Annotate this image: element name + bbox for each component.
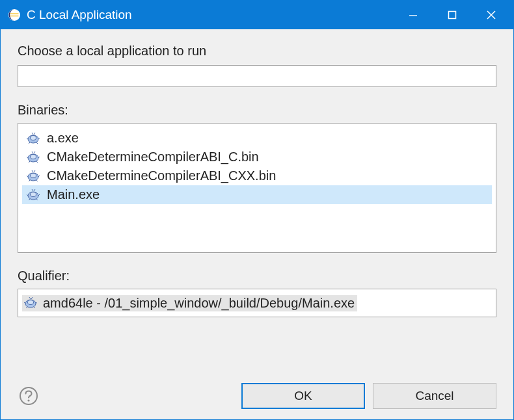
list-item-label: CMakeDetermineCompilerABI_CXX.bin [47,168,276,183]
titlebar[interactable]: C Local Application [1,1,513,29]
list-item[interactable]: CMakeDetermineCompilerABI_C.bin [22,148,492,166]
svg-line-32 [38,194,40,196]
svg-line-41 [26,307,27,308]
svg-line-10 [36,142,38,144]
binary-icon [26,131,40,146]
list-item-label: a.exe [47,131,79,146]
svg-line-33 [29,199,30,200]
svg-point-46 [27,399,29,401]
svg-point-0 [8,9,20,21]
svg-line-16 [38,157,40,158]
svg-line-26 [36,180,38,181]
list-item-label: CMakeDetermineCompilerABI_C.bin [47,150,259,164]
eclipse-icon [7,8,21,22]
binary-icon [26,169,40,183]
svg-line-11 [32,133,33,135]
filter-input[interactable] [18,65,496,87]
close-button[interactable] [472,1,511,29]
svg-line-25 [29,180,30,181]
list-item[interactable]: a.exe [22,129,492,148]
svg-point-14 [31,154,36,159]
qualifier-list[interactable]: amd64le - /01_simple_window/_build/Debug… [18,289,496,317]
qualifier-item[interactable]: amd64le - /01_simple_window/_build/Debug… [22,295,357,311]
svg-line-24 [38,176,40,177]
svg-line-40 [36,302,37,304]
svg-point-38 [28,300,34,305]
svg-rect-2 [10,16,19,16]
svg-line-31 [27,194,28,196]
svg-line-8 [38,138,40,139]
binaries-label: Binaries: [18,103,496,118]
maximize-button[interactable] [433,1,472,29]
minimize-button[interactable] [394,1,433,29]
svg-point-6 [31,135,36,140]
dialog-footer: OK Cancel [18,371,496,409]
svg-rect-1 [10,14,19,14]
list-item[interactable]: Main.exe [22,185,492,204]
svg-line-44 [31,297,33,299]
svg-line-27 [32,170,33,172]
svg-line-12 [34,133,35,135]
svg-line-43 [29,297,31,299]
svg-rect-3 [409,15,417,16]
svg-line-20 [34,151,35,153]
ok-button[interactable]: OK [241,383,365,409]
prompt-label: Choose a local application to run [18,44,496,59]
svg-line-19 [32,151,33,153]
svg-line-23 [27,176,28,177]
list-item-label: Main.exe [47,187,100,202]
qualifier-label: Qualifier: [18,269,496,283]
window-title: C Local Application [27,8,132,22]
dialog-window: C Local Application Choose a local appli… [0,0,514,420]
help-button[interactable] [18,385,40,407]
svg-line-15 [27,157,28,158]
svg-line-39 [24,302,25,304]
svg-point-22 [31,173,36,177]
binary-icon [26,188,40,202]
cancel-button[interactable]: Cancel [373,383,496,409]
svg-line-7 [27,138,28,139]
svg-line-35 [32,189,33,191]
svg-line-9 [29,142,30,144]
svg-line-17 [29,161,30,163]
svg-point-45 [20,387,37,404]
binary-icon [26,150,40,164]
svg-line-42 [34,307,35,308]
svg-point-30 [31,192,36,196]
binaries-list[interactable]: a.exeCMakeDetermineCompilerABI_C.binCMak… [18,123,496,253]
svg-line-18 [36,161,38,163]
svg-line-34 [36,199,38,200]
svg-line-36 [34,189,35,191]
svg-line-28 [34,170,35,172]
list-item[interactable]: CMakeDetermineCompilerABI_CXX.bin [22,166,492,185]
binary-icon [23,296,38,310]
qualifier-text: amd64le - /01_simple_window/_build/Debug… [43,296,355,311]
dialog-content: Choose a local application to run Binari… [1,29,513,419]
svg-rect-4 [449,12,456,19]
